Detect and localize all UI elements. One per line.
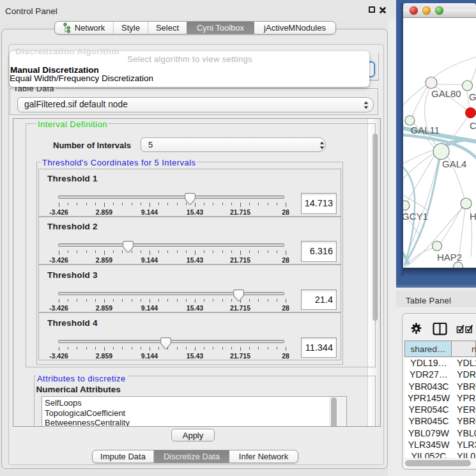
svg-text:GAL80: GAL80 [431, 88, 461, 99]
svg-text:HAP2: HAP2 [437, 252, 462, 263]
svg-text:GCY1: GCY1 [402, 211, 428, 222]
svg-text:HA: HA [470, 211, 476, 222]
svg-text:GAL11: GAL11 [411, 125, 440, 135]
svg-text:GAL3: GAL3 [469, 91, 476, 102]
svg-text:CRP: CRP [470, 120, 476, 131]
svg-text:GAL4: GAL4 [442, 158, 466, 169]
